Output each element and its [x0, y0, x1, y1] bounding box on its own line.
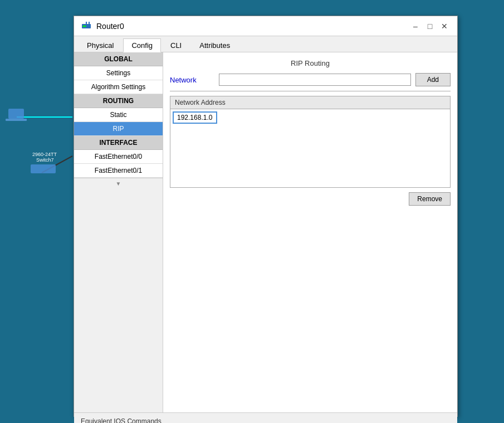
tab-physical[interactable]: Physical — [79, 38, 122, 52]
maximize-button[interactable]: □ — [424, 20, 436, 32]
network-address-body: 192.168.1.0 — [170, 109, 450, 187]
ios-commands-section: Equivalent IOS Commands Router(config-if… — [74, 412, 457, 423]
router-window: Router0 – □ ✕ Physical Config CLI Attrib… — [74, 16, 458, 417]
title-bar: Router0 – □ ✕ — [74, 16, 457, 36]
close-button[interactable]: ✕ — [438, 20, 451, 32]
title-controls: – □ ✕ — [409, 20, 451, 32]
router-icon — [81, 21, 92, 32]
remove-area: Remove — [170, 192, 451, 206]
minimize-button[interactable]: – — [409, 20, 422, 32]
remove-button[interactable]: Remove — [409, 192, 451, 206]
svg-point-9 — [85, 25, 86, 27]
sidebar-item-rip[interactable]: RIP — [74, 122, 163, 136]
window-title: Router0 — [96, 22, 124, 31]
tab-attributes[interactable]: Attributes — [191, 38, 238, 52]
sidebar-item-static[interactable]: Static — [74, 108, 163, 122]
sidebar-item-fastethernet00[interactable]: FastEthernet0/0 — [74, 150, 163, 164]
rip-routing-title: RIP Routing — [170, 59, 451, 67]
tab-config[interactable]: Config — [123, 38, 161, 52]
sidebar-section-interface: INTERFACE — [74, 136, 163, 150]
sidebar-section-routing: ROUTING — [74, 94, 163, 108]
network-address-row[interactable]: 192.168.1.0 — [173, 111, 217, 124]
sidebar-item-fastethernet01[interactable]: FastEthernet0/1 — [74, 164, 163, 178]
svg-text:2960-24TT: 2960-24TT — [32, 152, 57, 157]
tab-bar: Physical Config CLI Attributes — [74, 36, 457, 52]
sidebar-section-global: GLOBAL — [74, 52, 163, 66]
svg-text:Switch7: Switch7 — [36, 157, 54, 163]
svg-rect-10 — [86, 22, 87, 24]
svg-rect-3 — [6, 119, 27, 121]
svg-rect-11 — [89, 22, 90, 24]
content-area: GLOBAL Settings Algorithm Settings ROUTI… — [74, 52, 457, 412]
ios-commands-label: Equivalent IOS Commands — [81, 417, 451, 423]
sidebar-item-settings[interactable]: Settings — [74, 66, 163, 80]
sidebar-scroll-down[interactable]: ▼ — [74, 178, 163, 189]
network-label: Network — [170, 76, 214, 84]
svg-rect-2 — [8, 109, 24, 119]
network-input-row: Network Add — [170, 73, 451, 86]
sidebar: GLOBAL Settings Algorithm Settings ROUTI… — [74, 52, 163, 412]
title-bar-left: Router0 — [81, 21, 124, 32]
sidebar-item-algorithm-settings[interactable]: Algorithm Settings — [74, 80, 163, 94]
divider — [170, 91, 451, 91]
network-address-table: Network Address 192.168.1.0 — [170, 96, 451, 188]
network-address-header: Network Address — [170, 96, 450, 109]
network-input-field[interactable] — [219, 74, 411, 86]
main-panel: RIP Routing Network Add Network Address … — [163, 52, 457, 412]
tab-cli[interactable]: CLI — [162, 38, 190, 52]
svg-rect-4 — [31, 164, 56, 173]
svg-point-8 — [83, 25, 85, 27]
add-network-button[interactable]: Add — [415, 73, 451, 86]
